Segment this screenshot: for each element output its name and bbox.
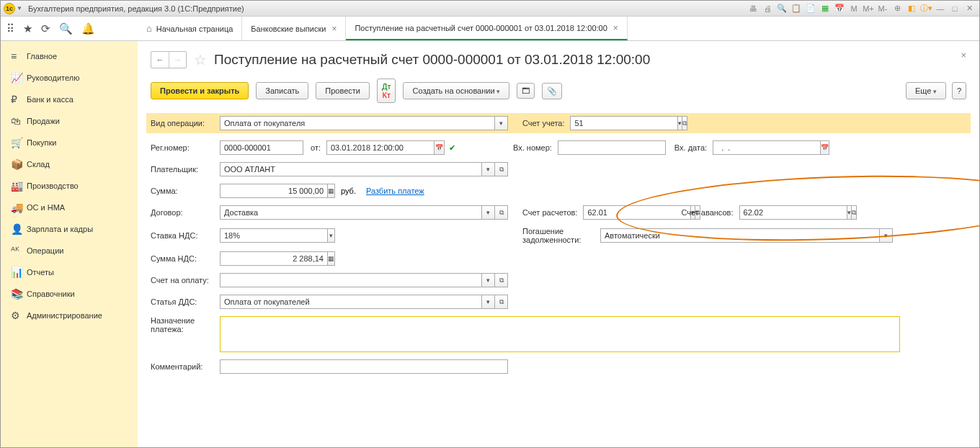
- date-field[interactable]: [326, 140, 435, 155]
- sidebar-item-sales[interactable]: 🛍Продажи: [1, 110, 138, 132]
- dtkt-button[interactable]: ДтКт: [377, 79, 396, 103]
- dropdown-icon[interactable]: ▾: [495, 116, 508, 130]
- bell-icon[interactable]: 🔔: [81, 22, 95, 35]
- calculator-icon[interactable]: ▦: [819, 2, 832, 15]
- calendar-icon[interactable]: 📅: [821, 140, 829, 155]
- close-document-icon[interactable]: ×: [961, 50, 966, 61]
- payer-field[interactable]: [220, 162, 482, 176]
- post-button[interactable]: Провести: [316, 82, 370, 99]
- sidebar-item-label: Администрирование: [27, 311, 102, 320]
- sidebar-item-purchases[interactable]: 🛒Покупки: [1, 132, 138, 153]
- sidebar-item-operations[interactable]: ᴬᴷОперации: [1, 240, 138, 261]
- advance-acc-field[interactable]: [739, 205, 847, 220]
- split-payment-link[interactable]: Разбить платеж: [366, 187, 424, 195]
- dropdown-icon[interactable]: ▾: [482, 273, 495, 287]
- favorite-toggle-icon[interactable]: ☆: [194, 51, 207, 68]
- contract-field[interactable]: [220, 205, 482, 220]
- debt-field[interactable]: [600, 228, 880, 243]
- toolbar-icon[interactable]: 📋: [790, 2, 803, 15]
- sidebar-item-main[interactable]: ≡Главное: [1, 45, 138, 67]
- app-menu-dropdown-icon[interactable]: ▼: [17, 5, 22, 12]
- sidebar-item-admin[interactable]: ⚙Администрирование: [1, 305, 138, 326]
- toolbar-icon[interactable]: M+: [862, 2, 875, 15]
- calculator-icon[interactable]: ▦: [328, 251, 335, 266]
- info-icon[interactable]: ⓘ▾: [919, 2, 932, 15]
- structure-button[interactable]: 🗔: [517, 83, 535, 99]
- tab-incoming-payment[interactable]: Поступление на расчетный счет 0000-00000…: [346, 17, 627, 40]
- tab-close-icon[interactable]: ×: [331, 24, 337, 34]
- vat-sum-field[interactable]: [220, 251, 328, 266]
- dropdown-icon[interactable]: ▾: [880, 228, 893, 243]
- vat-rate-label: Ставка НДС:: [151, 231, 220, 240]
- history-icon[interactable]: ⟳: [41, 22, 50, 35]
- vat-rate-field[interactable]: [220, 228, 328, 243]
- create-based-button[interactable]: Создать на основании: [403, 82, 509, 99]
- maximize-icon[interactable]: □: [948, 2, 961, 15]
- regnum-field[interactable]: [220, 140, 303, 155]
- tab-bank-statements[interactable]: Банковские выписки ×: [242, 17, 346, 40]
- tab-home[interactable]: ⌂ Начальная страница: [138, 17, 242, 40]
- toolbar-icon[interactable]: ◧: [905, 2, 918, 15]
- toolbar-icon[interactable]: 📄: [804, 2, 817, 15]
- sidebar-item-salary[interactable]: 👤Зарплата и кадры: [1, 218, 138, 240]
- operation-select[interactable]: [220, 116, 495, 130]
- sidebar-item-references[interactable]: 📚Справочники: [1, 283, 138, 305]
- search-icon[interactable]: 🔍: [59, 22, 73, 35]
- calendar-icon[interactable]: 📅: [435, 140, 445, 155]
- dds-field[interactable]: [220, 295, 482, 309]
- inc-date-field[interactable]: [713, 140, 821, 155]
- calculator-icon[interactable]: ▦: [328, 184, 335, 198]
- dropdown-icon[interactable]: ▾: [328, 228, 335, 243]
- tab-close-icon[interactable]: ×: [613, 23, 618, 33]
- nav-back-button[interactable]: ←: [151, 52, 169, 68]
- open-icon[interactable]: ⧉: [682, 116, 687, 130]
- toolbar-icon[interactable]: 🖶: [747, 2, 760, 15]
- more-button[interactable]: Еще: [906, 82, 946, 99]
- open-icon[interactable]: ⧉: [495, 162, 508, 176]
- inc-num-field[interactable]: [558, 140, 666, 155]
- calendar-icon[interactable]: 📅: [833, 2, 846, 15]
- report-icon: 📊: [11, 266, 27, 278]
- sidebar-item-assets[interactable]: 🚚ОС и НМА: [1, 197, 138, 218]
- posted-icon: ✔: [449, 143, 455, 153]
- sidebar-item-bank[interactable]: ₽Банк и касса: [1, 89, 138, 110]
- toolbar-icon[interactable]: M-: [876, 2, 889, 15]
- save-button[interactable]: Записать: [256, 82, 308, 99]
- toolbar-icon[interactable]: M: [847, 2, 860, 15]
- post-and-close-button[interactable]: Провести и закрыть: [151, 82, 249, 99]
- gear-icon: ⚙: [11, 310, 27, 321]
- attach-button[interactable]: 📎: [542, 83, 562, 99]
- cart-icon: 🛒: [11, 137, 27, 148]
- tab-label: Поступление на расчетный счет 0000-00000…: [355, 24, 607, 32]
- nav-forward-button[interactable]: →: [169, 52, 186, 68]
- apps-icon[interactable]: ⠿: [6, 22, 14, 35]
- account-field[interactable]: [570, 116, 678, 130]
- minimize-icon[interactable]: —: [934, 2, 947, 15]
- close-icon[interactable]: ✕: [963, 2, 976, 15]
- toolbar-icon[interactable]: ⊕: [891, 2, 904, 15]
- open-icon[interactable]: ⧉: [495, 205, 508, 220]
- purpose-textarea[interactable]: [220, 316, 900, 352]
- invoice-field[interactable]: [220, 273, 482, 287]
- favorite-icon[interactable]: ★: [23, 22, 32, 35]
- regnum-label: Рег.номер:: [151, 143, 220, 152]
- sidebar-item-manager[interactable]: 📈Руководителю: [1, 67, 138, 89]
- dropdown-icon[interactable]: ▾: [482, 205, 495, 220]
- open-icon[interactable]: ⧉: [852, 205, 857, 220]
- sidebar-item-label: Склад: [27, 160, 50, 169]
- toolbar-icon[interactable]: 🔍: [775, 2, 788, 15]
- help-button[interactable]: ?: [952, 82, 966, 99]
- open-icon[interactable]: ⧉: [495, 295, 508, 309]
- sidebar-item-label: ОС и НМА: [27, 203, 65, 212]
- sidebar-item-reports[interactable]: 📊Отчеты: [1, 261, 138, 283]
- sum-field[interactable]: [220, 184, 328, 198]
- settle-acc-field[interactable]: [583, 205, 691, 220]
- dropdown-icon[interactable]: ▾: [482, 295, 495, 309]
- debt-label: Погашение задолженности:: [522, 227, 594, 244]
- dropdown-icon[interactable]: ▾: [482, 162, 495, 176]
- sidebar-item-warehouse[interactable]: 📦Склад: [1, 153, 138, 175]
- open-icon[interactable]: ⧉: [495, 273, 508, 287]
- sidebar-item-production[interactable]: 🏭Производство: [1, 175, 138, 197]
- comment-field[interactable]: [220, 359, 508, 374]
- toolbar-icon[interactable]: 🖨: [761, 2, 774, 15]
